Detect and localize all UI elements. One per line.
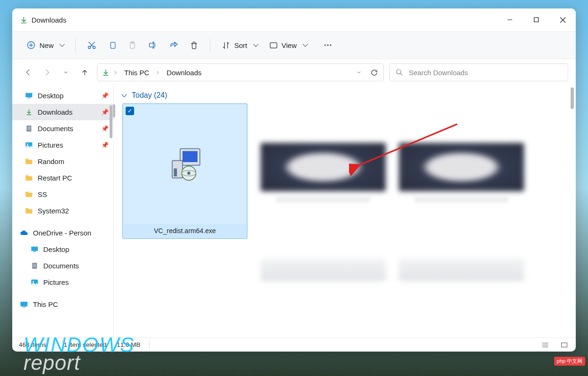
recent-locations-button[interactable] [59, 65, 72, 80]
sidebar-item-onedrive-documents[interactable]: Documents [12, 258, 113, 274]
back-button[interactable] [22, 65, 35, 80]
pin-icon: 📌 [101, 109, 109, 116]
svg-rect-44 [172, 161, 183, 178]
navigation-pane[interactable]: Desktop 📌 Downloads 📌 Documents 📌 [12, 86, 113, 337]
sidebar-item-system32[interactable]: System32 [12, 203, 113, 219]
blurred-caption [414, 197, 509, 202]
search-icon [396, 69, 403, 76]
chevron-right-icon[interactable] [113, 70, 118, 75]
rename-button[interactable] [143, 36, 162, 55]
file-tile-blurred[interactable] [261, 258, 386, 291]
svg-point-39 [32, 281, 34, 282]
file-list[interactable]: Today (24) ✓ [114, 86, 576, 337]
breadcrumb-current[interactable]: Downloads [164, 67, 204, 78]
svg-point-22 [397, 70, 401, 74]
folder-icon [24, 207, 33, 214]
breadcrumb-root[interactable]: This PC [121, 67, 152, 78]
sidebar-item-onedrive[interactable]: OneDrive - Person [12, 225, 113, 241]
more-button[interactable] [318, 36, 337, 55]
file-tiles-container: ✓ VC_redist.arm64.exe [122, 103, 574, 291]
svg-rect-24 [25, 93, 32, 97]
refresh-button[interactable] [367, 66, 381, 79]
details-view-button[interactable] [540, 340, 550, 350]
svg-rect-11 [111, 42, 115, 48]
sidebar-item-desktop[interactable]: Desktop 📌 [12, 87, 113, 104]
folder-icon [24, 174, 33, 181]
svg-point-31 [27, 144, 28, 145]
toolbar-separator [210, 39, 210, 52]
file-tile-blurred[interactable] [399, 258, 524, 291]
blurred-thumbnail [261, 258, 386, 281]
file-tile-blurred[interactable] [399, 103, 524, 202]
new-button[interactable]: New [22, 36, 69, 55]
file-thumbnail [124, 105, 246, 224]
svg-rect-34 [32, 263, 37, 269]
sidebar-item-label: Restart PC [38, 174, 72, 182]
sidebar-item-label: Random [38, 157, 64, 165]
maximize-button[interactable] [523, 8, 549, 31]
svg-rect-53 [561, 343, 567, 347]
new-label: New [40, 41, 54, 49]
search-box[interactable] [389, 63, 568, 81]
sidebar-item-pictures[interactable]: Pictures 📌 [12, 137, 113, 153]
paste-button[interactable] [123, 36, 142, 55]
sidebar-item-onedrive-desktop[interactable]: Desktop [12, 241, 113, 258]
titlebar: Downloads [12, 8, 576, 31]
thumbnails-view-button[interactable] [559, 340, 569, 350]
svg-rect-18 [270, 42, 277, 47]
svg-rect-45 [174, 168, 177, 176]
up-button[interactable] [78, 65, 91, 80]
close-button[interactable] [549, 8, 576, 31]
svg-point-20 [327, 45, 328, 46]
watermark-windows-report: WINDOWS report [24, 336, 135, 371]
document-icon [30, 262, 39, 270]
sidebar-item-label: Pictures [38, 141, 63, 149]
svg-rect-14 [150, 43, 155, 47]
group-header-today[interactable]: Today (24) [122, 91, 574, 100]
watermark-phpcn: php 中文网 [554, 357, 585, 366]
download-icon [24, 109, 33, 116]
blurred-thumbnail [399, 143, 524, 191]
file-tile-selected[interactable]: ✓ VC_redist.arm64.exe [122, 103, 247, 239]
search-input[interactable] [408, 68, 562, 77]
chevron-right-icon[interactable] [156, 70, 160, 75]
minimize-button[interactable] [497, 8, 523, 31]
content-scrollbar[interactable] [571, 87, 574, 109]
svg-rect-33 [33, 251, 36, 252]
trash-icon [190, 41, 199, 50]
address-bar[interactable]: This PC Downloads [97, 63, 384, 81]
sidebar-item-this-pc[interactable]: This PC [12, 296, 113, 313]
sidebar-item-random[interactable]: Random [12, 153, 113, 170]
sort-button[interactable]: Sort [217, 36, 262, 55]
copy-button[interactable] [103, 36, 121, 55]
forward-button[interactable] [40, 65, 54, 80]
cut-button[interactable] [82, 36, 101, 55]
sidebar-item-documents[interactable]: Documents 📌 [12, 120, 113, 137]
sidebar-item-label: Desktop [38, 92, 64, 100]
svg-rect-32 [31, 247, 38, 251]
sidebar-item-ss[interactable]: SS [12, 186, 113, 203]
pin-icon: 📌 [101, 92, 109, 99]
delete-button[interactable] [185, 36, 203, 55]
view-button[interactable]: View [264, 36, 312, 55]
onedrive-icon [20, 230, 28, 236]
svg-rect-40 [21, 302, 28, 306]
file-tile-blurred[interactable] [261, 103, 386, 202]
svg-rect-43 [183, 151, 198, 162]
sidebar-item-downloads[interactable]: Downloads 📌 [12, 104, 113, 120]
scissors-icon [87, 40, 96, 50]
this-pc-icon [20, 301, 28, 308]
sidebar-item-restart-pc[interactable]: Restart PC [12, 170, 113, 186]
address-dropdown-button[interactable] [352, 66, 366, 79]
folder-icon [24, 158, 33, 165]
file-name: VC_redist.arm64.exe [150, 224, 220, 237]
sidebar-scrollbar[interactable] [110, 105, 112, 138]
folder-icon [24, 191, 33, 198]
checkmark-icon[interactable]: ✓ [126, 107, 134, 115]
share-button[interactable] [164, 36, 183, 55]
sidebar-item-label: This PC [33, 300, 58, 308]
sidebar-item-onedrive-pictures[interactable]: Pictures [12, 274, 113, 290]
sidebar-item-label: SS [38, 190, 47, 198]
sort-icon [222, 41, 230, 50]
explorer-body: Desktop 📌 Downloads 📌 Documents 📌 [12, 86, 576, 337]
